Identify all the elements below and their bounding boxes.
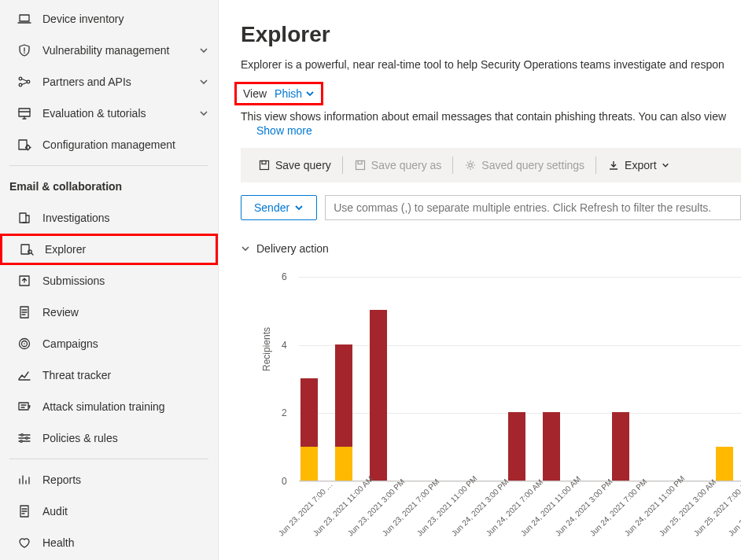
gear-icon xyxy=(464,159,477,171)
view-dropdown[interactable]: Phish xyxy=(275,87,315,100)
svg-rect-21 xyxy=(262,161,266,164)
campaigns-icon xyxy=(17,337,31,351)
chart-bar-segment xyxy=(370,310,387,481)
chart-bar xyxy=(370,277,387,481)
chart-bar xyxy=(681,277,699,481)
chevron-down-icon xyxy=(662,161,669,169)
save-query-button[interactable]: Save query xyxy=(247,148,342,182)
page-title: Explorer xyxy=(241,22,741,47)
chart-bar xyxy=(612,277,629,481)
sidebar-item-policies-rules[interactable]: Policies & rules xyxy=(0,422,218,454)
export-button[interactable]: Export xyxy=(596,148,680,182)
sidebar-item-evaluation-tutorials[interactable]: Evaluation & tutorials xyxy=(0,98,218,129)
investigations-icon xyxy=(17,211,31,225)
sidebar-item-configuration-management[interactable]: Configuration management xyxy=(0,129,218,160)
filter-field-value: Sender xyxy=(254,201,289,214)
svg-point-2 xyxy=(19,83,22,87)
sidebar-item-audit[interactable]: Audit xyxy=(0,496,218,527)
sidebar-item-reports[interactable]: Reports xyxy=(0,464,218,496)
view-sub-description: This view shows information about email … xyxy=(241,110,741,123)
delivery-action-toggle[interactable]: Delivery action xyxy=(241,242,741,255)
review-icon xyxy=(17,305,31,319)
chart-x-tick: Jun 23, 2021 3:00 PM xyxy=(346,519,364,537)
chart-x-tick: Jun 24, 2021 11:00 AM xyxy=(519,519,537,537)
save-query-as-label: Save query as xyxy=(371,159,442,171)
sidebar-divider xyxy=(9,459,208,459)
query-toolbar: Save query Save query as Saved query set… xyxy=(241,148,741,182)
sidebar-item-health[interactable]: Health xyxy=(0,527,218,558)
sidebar-item-label: Review xyxy=(42,306,208,319)
sidebar-item-label: Device inventory xyxy=(42,13,208,25)
sidebar-item-campaigns[interactable]: Campaigns xyxy=(0,328,218,359)
sidebar-item-vulnerability-management[interactable]: Vulnerability management xyxy=(0,35,218,66)
page-description: Explorer is a powerful, near real-time t… xyxy=(241,58,741,71)
sidebar: Device inventoryVulnerability management… xyxy=(0,0,219,560)
svg-rect-23 xyxy=(358,161,362,164)
chart-bar-segment xyxy=(716,447,733,481)
svg-rect-22 xyxy=(356,161,364,170)
chart-bar xyxy=(647,277,664,481)
save-icon xyxy=(258,159,271,171)
chart-bar-segment xyxy=(335,344,352,447)
chart-bar-segment xyxy=(543,412,560,481)
shield-warning-icon xyxy=(17,43,31,57)
sidebar-item-threat-tracker[interactable]: Threat tracker xyxy=(0,359,218,391)
laptop-icon xyxy=(17,12,31,26)
sidebar-item-partners-and-apis[interactable]: Partners and APIs xyxy=(0,66,218,98)
chart-x-tick: Jun 23, 2021 11:00 AM xyxy=(312,519,330,537)
sidebar-divider xyxy=(9,165,208,166)
chevron-down-icon xyxy=(305,89,315,98)
sidebar-item-label: Attack simulation training xyxy=(42,400,208,413)
chart-bar xyxy=(577,277,595,481)
sidebar-item-label: Evaluation & tutorials xyxy=(42,107,199,120)
chart-bar-segment xyxy=(300,378,318,447)
save-query-as-button: Save query as xyxy=(343,148,453,182)
svg-point-18 xyxy=(20,440,23,443)
svg-rect-7 xyxy=(20,213,26,223)
chart-x-axis: Jun 23, 2021 7:00 …Jun 23, 2021 11:00 AM… xyxy=(299,486,741,495)
sidebar-item-label: Submissions xyxy=(42,274,208,287)
view-label: View xyxy=(243,87,267,100)
view-dropdown-value: Phish xyxy=(275,87,302,100)
chart-bars xyxy=(299,277,741,481)
chart-bar xyxy=(474,277,491,481)
chart-bar xyxy=(335,277,352,481)
download-icon xyxy=(607,159,620,171)
chart-x-tick: Jun 24, 2021 11:00 PM xyxy=(623,519,641,537)
sidebar-item-label: Health xyxy=(42,536,208,549)
chart-bar-segment xyxy=(612,412,629,481)
delivery-action-label: Delivery action xyxy=(256,242,329,255)
sidebar-section-label: Email & collaboration xyxy=(9,180,122,193)
chevron-down-icon xyxy=(199,77,208,87)
save-query-label: Save query xyxy=(275,159,331,171)
chart: Recipients 0246 Jun 23, 2021 7:00 …Jun 2… xyxy=(256,261,741,544)
saved-query-settings-label: Saved query settings xyxy=(481,159,584,171)
sidebar-item-device-inventory[interactable]: Device inventory xyxy=(0,3,218,35)
chart-bar xyxy=(508,277,525,481)
saved-query-settings-button: Saved query settings xyxy=(453,148,595,182)
chart-x-tick: Jun 25, 2021 11:00 AM xyxy=(727,519,741,537)
svg-rect-0 xyxy=(20,15,29,21)
svg-rect-5 xyxy=(19,140,27,149)
chart-bar-segment xyxy=(335,447,352,481)
explorer-icon xyxy=(20,242,34,256)
filter-field-dropdown[interactable]: Sender xyxy=(241,195,317,220)
chart-x-tick: Jun 23, 2021 7:00 … xyxy=(277,519,295,537)
filter-input[interactable] xyxy=(325,195,741,220)
reports-icon xyxy=(17,473,31,487)
api-icon xyxy=(17,75,31,89)
save-as-icon xyxy=(354,159,367,171)
show-more-link[interactable]: Show more xyxy=(256,124,312,137)
chart-y-tick: 0 xyxy=(282,476,287,487)
tracker-icon xyxy=(17,368,31,382)
chart-y-tick: 2 xyxy=(282,407,287,418)
sidebar-item-submissions[interactable]: Submissions xyxy=(0,265,218,297)
sidebar-item-investigations[interactable]: Investigations xyxy=(0,202,218,234)
sidebar-item-attack-simulation-training[interactable]: Attack simulation training xyxy=(0,391,218,422)
filter-row: Sender xyxy=(241,195,741,220)
eval-icon xyxy=(17,106,31,120)
sidebar-item-explorer[interactable]: Explorer xyxy=(0,234,218,265)
sidebar-item-review[interactable]: Review xyxy=(0,297,218,328)
attack-sim-icon xyxy=(17,400,31,414)
sidebar-item-label: Campaigns xyxy=(42,337,208,350)
